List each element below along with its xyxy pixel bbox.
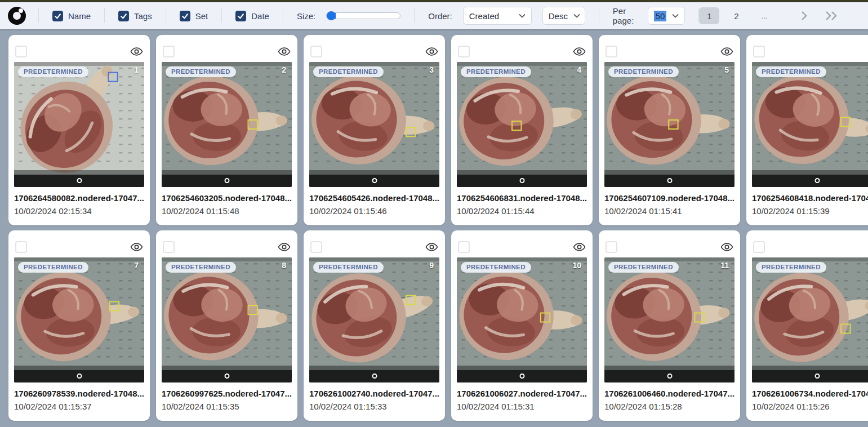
frame-indicator-icon	[77, 178, 82, 183]
last-page-icon[interactable]	[820, 11, 843, 21]
preview-eye-icon[interactable]	[130, 45, 143, 58]
page-button-2[interactable]: 2	[726, 7, 746, 24]
preview-eye-icon[interactable]	[278, 45, 291, 58]
image-thumbnail[interactable]: PREDETERMINED 3	[309, 62, 439, 187]
card-header	[309, 41, 439, 62]
image-card[interactable]: PREDETERMINED 3 1706254605426.nodered-17…	[304, 35, 445, 225]
frame-indicator-icon	[519, 373, 524, 379]
frame-indicator-icon	[667, 373, 672, 379]
image-index: 1	[134, 65, 139, 74]
filter-checkbox[interactable]	[180, 11, 190, 21]
card-header	[604, 41, 735, 62]
filter-checkbox[interactable]	[118, 11, 129, 21]
image-card[interactable]: PREDETERMINED 6 1706254608418.nodered-17…	[746, 35, 868, 225]
image-card[interactable]: PREDETERMINED 8 1706260997625.nodered-17…	[156, 230, 297, 421]
next-page-icon[interactable]	[795, 11, 813, 21]
image-filename: 1706260978539.nodered-17048...	[14, 389, 144, 398]
filter-checkbox[interactable]	[235, 11, 246, 21]
filter-checkbox[interactable]	[52, 11, 63, 21]
image-date: 10/02/2024 01:15:44	[457, 206, 587, 216]
app-logo[interactable]	[8, 7, 26, 25]
set-badge: PREDETERMINED	[18, 66, 88, 77]
frame-indicator-icon	[224, 373, 229, 379]
card-select-checkbox[interactable]	[458, 46, 470, 57]
order-select[interactable]: Created	[463, 7, 532, 25]
card-select-checkbox[interactable]	[606, 241, 617, 253]
image-card[interactable]: PREDETERMINED 5 1706254607109.nodered-17…	[599, 35, 740, 225]
image-index: 11	[720, 261, 729, 270]
preview-eye-icon[interactable]	[130, 241, 143, 253]
page-ellipsis[interactable]: ...	[753, 11, 776, 20]
frame-indicator-icon	[224, 178, 229, 183]
card-select-checkbox[interactable]	[310, 241, 322, 253]
card-select-checkbox[interactable]	[15, 46, 27, 57]
preview-eye-icon[interactable]	[425, 45, 438, 58]
image-card[interactable]: PREDETERMINED 1 1706264580082.nodered-17…	[8, 35, 150, 225]
image-filename: 1706261002740.nodered-17047...	[309, 389, 439, 398]
frame-indicator-icon	[667, 178, 672, 183]
image-date: 10/02/2024 01:15:37	[14, 402, 144, 411]
card-select-checkbox[interactable]	[458, 241, 470, 253]
card-header	[14, 41, 144, 62]
image-thumbnail[interactable]: PREDETERMINED 8	[162, 257, 292, 382]
card-select-checkbox[interactable]	[163, 241, 175, 253]
per-page-select[interactable]: 50	[648, 7, 686, 25]
image-date: 10/02/2024 01:15:33	[309, 402, 439, 411]
filter-label: Date	[251, 11, 269, 21]
image-card[interactable]: PREDETERMINED 7 1706260978539.nodered-17…	[8, 230, 150, 421]
image-filename: 1706264580082.nodered-17047...	[14, 193, 144, 203]
slider-thumb[interactable]	[327, 11, 336, 20]
size-control: Size:	[283, 11, 414, 21]
page-button-1[interactable]: 1	[699, 7, 719, 24]
image-thumbnail[interactable]: PREDETERMINED 12	[752, 257, 868, 382]
set-badge: PREDETERMINED	[756, 262, 826, 273]
order-select-value: Created	[469, 11, 499, 21]
image-thumbnail[interactable]: PREDETERMINED 9	[309, 257, 439, 382]
direction-select[interactable]: Desc	[542, 7, 585, 25]
preview-eye-icon[interactable]	[573, 45, 586, 58]
image-thumbnail[interactable]: PREDETERMINED 5	[604, 62, 735, 187]
frame-indicator-icon	[372, 178, 377, 183]
image-thumbnail[interactable]: PREDETERMINED 1	[14, 62, 144, 187]
frame-indicator-icon	[77, 373, 82, 379]
preview-eye-icon[interactable]	[573, 241, 586, 253]
image-thumbnail[interactable]: PREDETERMINED 6	[752, 62, 868, 187]
image-card[interactable]: PREDETERMINED 10 1706261006027.nodered-1…	[451, 230, 593, 421]
preview-eye-icon[interactable]	[425, 241, 438, 253]
preview-eye-icon[interactable]	[278, 241, 291, 253]
thumbnail-size-slider[interactable]	[326, 12, 400, 19]
image-date: 10/02/2024 01:15:46	[309, 206, 439, 216]
image-card[interactable]: PREDETERMINED 11 1706261006460.nodered-1…	[599, 230, 740, 421]
set-badge: PREDETERMINED	[608, 262, 679, 273]
card-select-checkbox[interactable]	[753, 46, 765, 57]
set-badge: PREDETERMINED	[756, 66, 826, 77]
preview-eye-icon[interactable]	[720, 241, 733, 253]
image-thumbnail[interactable]: PREDETERMINED 10	[457, 257, 587, 382]
size-label: Size:	[297, 11, 315, 21]
image-filename: 1706254608418.nodered-17048...	[752, 193, 868, 203]
image-thumbnail[interactable]: PREDETERMINED 4	[457, 62, 587, 187]
card-header	[752, 41, 868, 62]
image-thumbnail[interactable]: PREDETERMINED 7	[14, 257, 144, 382]
image-thumbnail[interactable]: PREDETERMINED 2	[162, 62, 292, 187]
image-card[interactable]: PREDETERMINED 9 1706261002740.nodered-17…	[304, 230, 445, 421]
card-grid: PREDETERMINED 1 1706264580082.nodered-17…	[0, 29, 868, 421]
frame-indicator-icon	[814, 373, 820, 379]
card-header	[162, 236, 292, 257]
image-card[interactable]: PREDETERMINED 4 1706254606831.nodered-17…	[451, 35, 593, 225]
image-index: 8	[282, 261, 286, 270]
image-filename: 1706254605426.nodered-17048...	[309, 193, 439, 203]
card-select-checkbox[interactable]	[606, 46, 617, 57]
card-select-checkbox[interactable]	[15, 241, 27, 253]
card-select-checkbox[interactable]	[310, 46, 322, 57]
frame-indicator-icon	[814, 178, 820, 183]
image-thumbnail[interactable]: PREDETERMINED 11	[604, 257, 735, 382]
image-date: 10/02/2024 01:15:35	[162, 402, 292, 411]
image-card[interactable]: PREDETERMINED 12 1706261006734.nodered-1…	[746, 230, 868, 421]
card-select-checkbox[interactable]	[753, 241, 765, 253]
preview-eye-icon[interactable]	[720, 45, 733, 58]
order-label: Order:	[428, 11, 452, 21]
image-card[interactable]: PREDETERMINED 2 1706254603205.nodered-17…	[156, 35, 297, 225]
card-select-checkbox[interactable]	[163, 46, 175, 57]
image-index: 5	[724, 65, 729, 74]
